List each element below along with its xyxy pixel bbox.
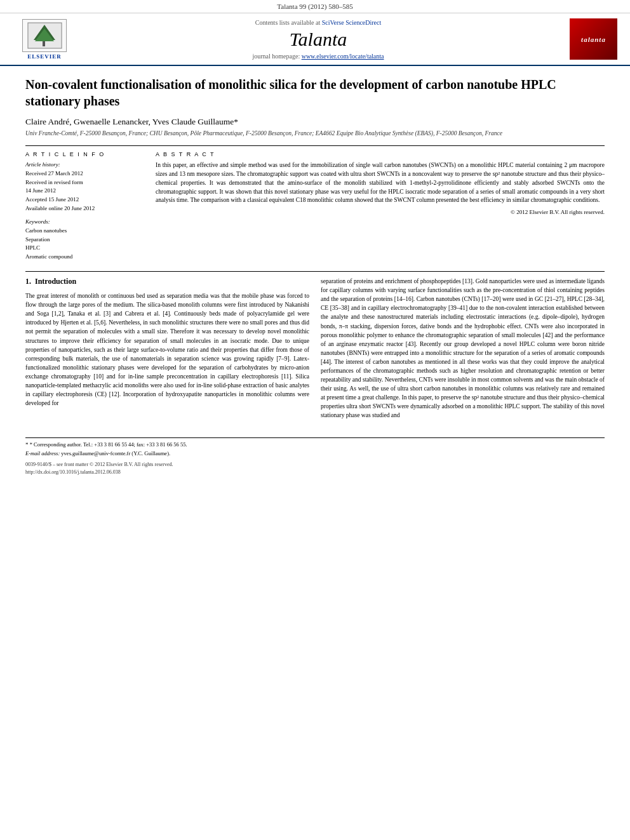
article-body: 1. Introduction The great interest of mo… (25, 277, 605, 425)
received-date: Received 27 March 2012 (25, 170, 143, 178)
article-title: Non-covalent functionalisation of monoli… (25, 76, 605, 109)
article-history-label: Article history: (25, 161, 143, 168)
elsevier-label: ELSEVIER (27, 53, 62, 60)
article-footer: * * Corresponding author. Tel.: +33 3 81… (25, 437, 605, 476)
journal-name: Talanta (76, 29, 560, 50)
footnote-email: E-mail address: yves.guillaume@univ-fcom… (25, 450, 605, 458)
article-meta-row: A R T I C L E I N F O Article history: R… (25, 151, 605, 261)
keywords-section: Keywords: Carbon nanotubes Separation HP… (25, 218, 143, 261)
footnote-corresponding: * Corresponding author. Tel.: +33 3 81 6… (30, 441, 187, 448)
abstract-column: A B S T R A C T In this paper, an effect… (156, 151, 605, 261)
keyword-4: Aromatic compound (25, 253, 143, 262)
elsevier-logo-image (22, 19, 67, 52)
body-right-column: separation of proteins and enrichment of… (321, 277, 605, 425)
intro-section-label: Introduction (35, 277, 76, 286)
intro-paragraph-2: separation of proteins and enrichment of… (321, 277, 605, 420)
article-authors: Claire André, Gwenaelle Lenancker, Yves … (25, 117, 605, 127)
journal-header: ELSEVIER Contents lists available at Sci… (0, 13, 630, 66)
elsevier-logo: ELSEVIER (13, 19, 76, 60)
article-container: Non-covalent functionalisation of monoli… (0, 66, 630, 489)
email-label: E-mail address: (25, 450, 60, 457)
copyright-line: © 2012 Elsevier B.V. All rights reserved… (156, 209, 605, 215)
keyword-2: Separation (25, 236, 143, 244)
keywords-label: Keywords: (25, 218, 143, 225)
abstract-title: A B S T R A C T (156, 151, 605, 157)
elsevier-logo-section: ELSEVIER (13, 19, 76, 60)
intro-section-title: 1. Introduction (25, 277, 309, 286)
issn-line: 0039-9140/$ – see front matter © 2012 El… (25, 461, 173, 469)
footer-bottom: 0039-9140/$ – see front matter © 2012 El… (25, 461, 605, 476)
body-divider (25, 271, 605, 272)
sciverse-link[interactable]: SciVerse ScienceDirect (322, 19, 382, 26)
body-left-column: 1. Introduction The great interest of mo… (25, 277, 309, 425)
talanta-logo: talanta (570, 18, 617, 60)
doi-line: http://dx.doi.org/10.1016/j.talanta.2012… (25, 469, 173, 476)
article-info-title: A R T I C L E I N F O (25, 151, 143, 157)
article-info-column: A R T I C L E I N F O Article history: R… (25, 151, 143, 261)
revised-date: 14 June 2012 (25, 187, 143, 195)
available-date: Available online 20 June 2012 (25, 204, 143, 213)
article-divider (25, 145, 605, 146)
journal-volume-info: Talanta 99 (2012) 580–585 (0, 0, 630, 13)
journal-homepage: journal homepage: www.elsevier.com/locat… (76, 53, 560, 60)
intro-section-number: 1. (25, 277, 31, 286)
accepted-date: Accepted 15 June 2012 (25, 196, 143, 204)
talanta-logo-section: talanta (560, 18, 617, 60)
abstract-text: In this paper, an effective and simple m… (156, 161, 605, 205)
homepage-link[interactable]: www.elsevier.com/locate/talanta (302, 53, 384, 60)
revised-label: Received in revised form (25, 178, 143, 187)
footnote-star-symbol: * (25, 441, 29, 448)
footer-issn: 0039-9140/$ – see front matter © 2012 El… (25, 461, 173, 476)
keyword-3: HPLC (25, 244, 143, 253)
footnote-star-line: * * Corresponding author. Tel.: +33 3 81… (25, 441, 605, 450)
journal-title-section: Contents lists available at SciVerse Sci… (76, 19, 560, 60)
keyword-1: Carbon nanotubes (25, 227, 143, 236)
article-affiliations: Univ Franche-Comté, F-25000 Besançon, Fr… (25, 130, 605, 138)
sciverse-line: Contents lists available at SciVerse Sci… (76, 19, 560, 26)
email-value: yves.guillaume@univ-fcomte.fr (Y.C. Guil… (61, 450, 170, 457)
intro-paragraph-1: The great interest of monolith or contin… (25, 291, 309, 408)
